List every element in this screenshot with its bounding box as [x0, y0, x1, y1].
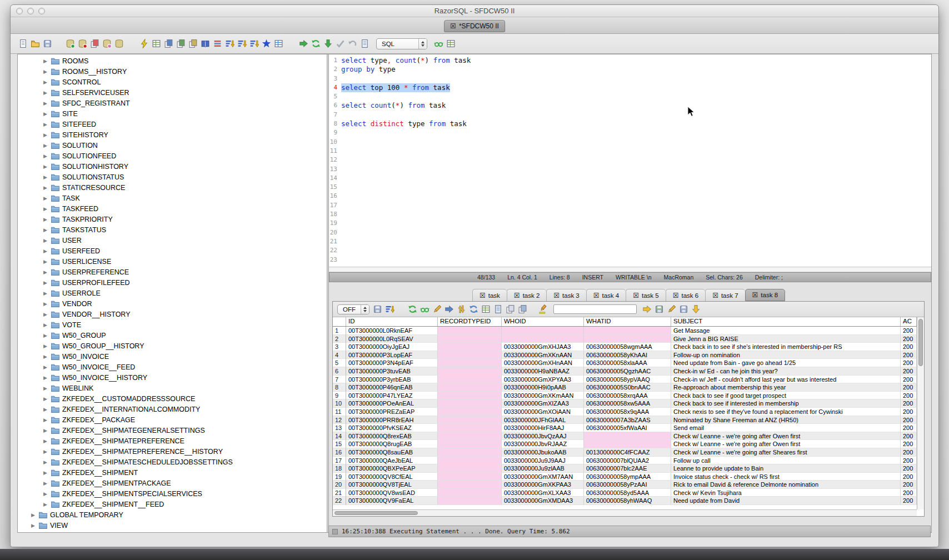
cell-whoid[interactable]: 0033000000Ju9J9AAJ	[502, 457, 584, 465]
cell-num[interactable]: 15	[333, 440, 346, 448]
dropdown-stepper-icon[interactable]	[361, 305, 369, 314]
cell-subject[interactable]: Check w/ Leanne - we're going after Shea…	[671, 448, 901, 457]
cell-whoid[interactable]	[502, 335, 584, 343]
hscroll-thumb[interactable]	[334, 511, 418, 515]
commit-icon[interactable]	[336, 39, 345, 48]
disclosure-triangle-icon[interactable]: ▶	[42, 291, 48, 296]
cell-whoid[interactable]: 0033000000HirF8AAJ	[502, 424, 584, 432]
title-bar[interactable]: RazorSQL - SFDCW50 II	[11, 5, 938, 17]
cell-ac[interactable]: 200	[901, 432, 917, 441]
cell-id[interactable]: 00T3000000Q8rexEAB	[346, 432, 438, 441]
result-tab-task[interactable]: ☒task	[472, 289, 507, 301]
cell-recordtypeid[interactable]	[438, 489, 502, 497]
cell-id[interactable]: 00T3000000QV8CfEAL	[346, 473, 438, 481]
cell-recordtypeid[interactable]	[438, 383, 502, 392]
cell-whatid[interactable]: 006300000058yd5AAA	[584, 489, 671, 497]
tree-item[interactable]: ▶SOLUTION	[18, 140, 327, 151]
close-document-icon[interactable]: ☒	[450, 23, 456, 29]
disclosure-triangle-icon[interactable]: ▶	[42, 343, 48, 349]
disclosure-triangle-icon[interactable]: ▶	[42, 153, 48, 159]
highlight-icon[interactable]	[538, 304, 548, 314]
describe-results-icon[interactable]	[481, 304, 491, 314]
tree-item[interactable]: ▶USERPREFERENCE	[18, 267, 327, 277]
cell-num[interactable]: 16	[333, 448, 346, 457]
cell-recordtypeid[interactable]	[438, 335, 502, 343]
column-header[interactable]	[333, 317, 346, 326]
cell-ac[interactable]: 200	[901, 448, 917, 457]
cell-id[interactable]: 00T3000000P3LopEAF	[346, 351, 438, 359]
cell-subject[interactable]: Rick to email David & reference Delmonte…	[671, 481, 901, 489]
disclosure-triangle-icon[interactable]: ▶	[42, 428, 48, 433]
cell-whoid[interactable]: 0033000000JFhGlAAL	[502, 416, 584, 424]
format-sql-icon[interactable]	[434, 39, 443, 48]
cell-recordtypeid[interactable]	[438, 473, 502, 481]
row-count-icon[interactable]	[213, 39, 222, 48]
cell-ac[interactable]: 200	[901, 359, 917, 367]
cell-num[interactable]: 19	[333, 473, 346, 481]
cell-ac[interactable]: 200	[901, 481, 917, 489]
disclosure-triangle-icon[interactable]: ▶	[42, 174, 48, 180]
editor-hscrollbar[interactable]	[329, 267, 931, 272]
edit-connection-icon[interactable]	[102, 39, 112, 48]
cell-id[interactable]: 00T3000000Q8rugEAB	[346, 440, 438, 448]
tree-item[interactable]: ▶W50_INVOICE__FEED	[18, 362, 327, 372]
tree-item[interactable]: ▶USERLICENSE	[18, 256, 327, 267]
cell-whatid[interactable]: 006300000058xrqAAA	[584, 392, 671, 400]
cell-subject[interactable]: Invoice status check - check w/ RS first	[671, 473, 901, 481]
cell-num[interactable]: 21	[333, 489, 346, 497]
connect-database-icon[interactable]	[66, 39, 75, 48]
tree-item[interactable]: ▶SCONTROL	[18, 77, 327, 87]
cell-recordtypeid[interactable]	[438, 497, 502, 505]
cell-id[interactable]: 00T3000000P47LYEAZ	[346, 392, 438, 400]
result-tab-task-4[interactable]: ☒task 4	[586, 289, 626, 301]
cell-whoid[interactable]: 0033000000GmXLXAA3	[502, 489, 584, 497]
cell-num[interactable]: 2	[333, 335, 346, 343]
query-history-icon[interactable]	[360, 39, 369, 48]
close-tab-icon[interactable]: ☒	[593, 292, 600, 299]
cell-ac[interactable]: 200	[901, 399, 917, 408]
cell-recordtypeid[interactable]	[438, 399, 502, 408]
cell-whoid[interactable]: 0033000000GmXKnAAN	[502, 351, 584, 359]
cell-whatid[interactable]: 006300000058xw5AAA	[584, 399, 671, 408]
cell-whoid[interactable]: 0033000000GmXPYAA3	[502, 376, 584, 384]
cell-ac[interactable]: 200	[901, 464, 917, 473]
tree-item[interactable]: ▶SITEFEED	[18, 119, 327, 129]
cell-whatid[interactable]: 0013000000C4fFCAAZ	[584, 448, 671, 457]
cell-num[interactable]: 3	[333, 343, 346, 351]
add-connection-icon[interactable]	[78, 39, 87, 48]
disclosure-triangle-icon[interactable]: ▶	[42, 459, 48, 465]
disclosure-triangle-icon[interactable]: ▶	[42, 354, 48, 359]
cell-ac[interactable]: 200	[901, 343, 917, 351]
close-tab-icon[interactable]: ☒	[712, 292, 718, 299]
disclosure-triangle-icon[interactable]: ▶	[42, 375, 48, 381]
disclosure-triangle-icon[interactable]: ▶	[42, 79, 48, 85]
disclosure-triangle-icon[interactable]: ▶	[42, 111, 48, 117]
cell-recordtypeid[interactable]	[438, 457, 502, 465]
cell-recordtypeid[interactable]	[438, 424, 502, 432]
cell-subject[interactable]: Check w/ Leanne - we're going after Owen…	[671, 440, 901, 448]
find-next-icon[interactable]	[642, 304, 652, 314]
cell-id[interactable]: 00T3000000POeAnEAL	[346, 399, 438, 408]
cell-recordtypeid[interactable]	[438, 392, 502, 400]
disclosure-triangle-icon[interactable]: ▶	[42, 364, 48, 370]
cell-recordtypeid[interactable]	[438, 464, 502, 473]
copy-with-headers-icon[interactable]	[518, 304, 527, 314]
document-tab[interactable]: ☒ *SFDCW50 II	[444, 20, 505, 32]
export-table-icon[interactable]	[164, 39, 173, 48]
cell-id[interactable]: 00T3000000OiyJgEAJ	[346, 343, 438, 351]
cell-recordtypeid[interactable]	[438, 359, 502, 367]
disclosure-triangle-icon[interactable]: ▶	[30, 523, 36, 528]
cell-whoid[interactable]: 0033000000GmXOiAAN	[502, 408, 584, 416]
disclosure-triangle-icon[interactable]: ▶	[42, 280, 48, 286]
cell-recordtypeid[interactable]	[438, 448, 502, 457]
disclosure-triangle-icon[interactable]: ▶	[42, 417, 48, 423]
cell-whatid[interactable]: 00630000005xfWaAAI	[584, 424, 671, 432]
tree-item[interactable]: ▶VENDOR	[18, 298, 327, 309]
cell-ac[interactable]: 200	[901, 383, 917, 392]
filter-icon[interactable]	[249, 39, 259, 48]
tree-item[interactable]: ▶W50_GROUP	[18, 330, 327, 341]
cell-whatid[interactable]	[584, 327, 671, 335]
close-tab-icon[interactable]: ☒	[553, 292, 560, 299]
tree-item[interactable]: ▶STATICRESOURCE	[18, 182, 327, 193]
cell-subject[interactable]: Check w/ Kevin Tsujihara	[671, 489, 901, 497]
